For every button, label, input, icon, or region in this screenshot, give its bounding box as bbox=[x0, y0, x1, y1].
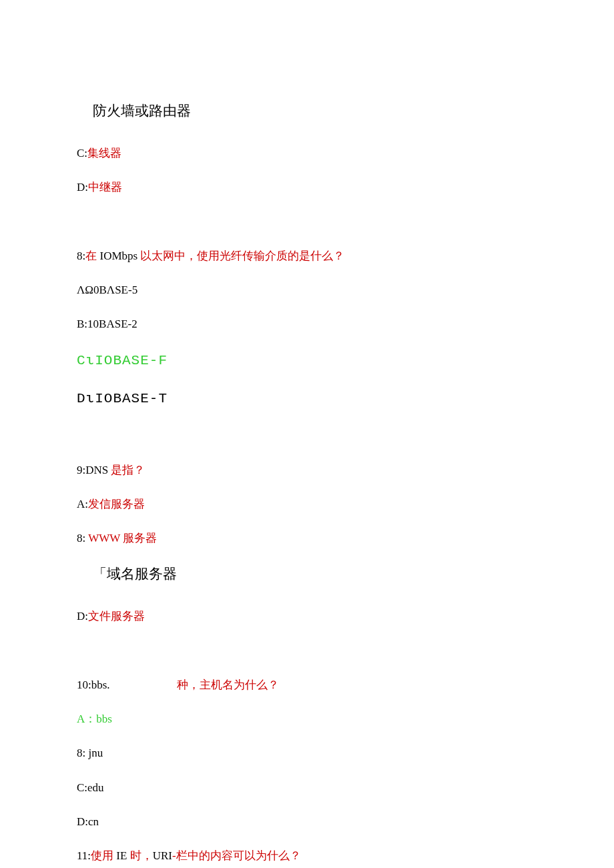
q7-option-b-answer: 防火墙或路由器 bbox=[93, 100, 537, 123]
q10-question: 10:bbs.种，主机名为什么？ bbox=[77, 676, 537, 694]
q9-text: 是指？ bbox=[108, 464, 145, 476]
q8-part1: 在 bbox=[85, 250, 97, 262]
q11-mid1: IE bbox=[113, 849, 130, 862]
q7-d-text: 中继器 bbox=[88, 181, 122, 193]
q8-option-b: B:10BASE-2 bbox=[77, 315, 537, 333]
q10-text: 种，主机名为什么？ bbox=[177, 679, 279, 691]
q9-d-prefix: D: bbox=[77, 610, 88, 622]
q10-option-a: A：bbs bbox=[77, 710, 537, 728]
q9-option-a: A:发信服务器 bbox=[77, 495, 537, 513]
q9-question: 9:DNS 是指？ bbox=[77, 461, 537, 479]
q8-part2: 以太网中，使用光纤传输介质的是什么？ bbox=[140, 250, 344, 262]
q11-mid2: URI bbox=[153, 849, 172, 862]
q10-option-c: C:edu bbox=[77, 779, 537, 797]
q11-part2: 时， bbox=[130, 849, 153, 862]
q11-part3: 栏中的内容可以为什么？ bbox=[176, 849, 301, 862]
q7-d-prefix: D: bbox=[77, 181, 88, 193]
q8-option-d: DιIOBASE-T bbox=[77, 388, 537, 410]
q9-d-text: 文件服务器 bbox=[88, 610, 145, 622]
q10-prefix: 10:bbs. bbox=[77, 676, 177, 694]
q9-a-text: 发信服务器 bbox=[88, 498, 145, 510]
q9-option-b: 8: WWW 服务器 bbox=[77, 529, 537, 547]
q11-part1: 使用 bbox=[91, 849, 113, 862]
q7-option-c: C:集线器 bbox=[77, 144, 537, 162]
q10-option-d: D:cn bbox=[77, 813, 537, 831]
q9-prefix: 9:DNS bbox=[77, 464, 108, 476]
q8-prefix: 8: bbox=[77, 250, 85, 262]
q9-a-prefix: A: bbox=[77, 498, 88, 510]
q9-b-text: WWW 服务器 bbox=[88, 532, 157, 544]
q9-b-prefix: 8: bbox=[77, 532, 88, 544]
q8-option-a: ΛΩ0BΛSE-5 bbox=[77, 281, 537, 299]
q8-option-c: CιIOBASE-F bbox=[77, 350, 537, 372]
q11-question: 11:使用 IE 时，URI-栏中的内容可以为什么？ bbox=[77, 847, 537, 865]
q8-question: 8:在 IOMbps 以太网中，使用光纤传输介质的是什么？ bbox=[77, 247, 537, 265]
q11-prefix: 11: bbox=[77, 849, 91, 862]
q7-option-d: D:中继器 bbox=[77, 178, 537, 196]
q8-mid: IOMbps bbox=[97, 250, 140, 262]
q10-option-b: 8: jnu bbox=[77, 744, 537, 762]
q7-c-text: 集线器 bbox=[87, 147, 121, 159]
q7-c-prefix: C: bbox=[77, 147, 87, 159]
q9-option-d: D:文件服务器 bbox=[77, 607, 537, 625]
q9-option-c: 「域名服务器 bbox=[93, 563, 537, 586]
